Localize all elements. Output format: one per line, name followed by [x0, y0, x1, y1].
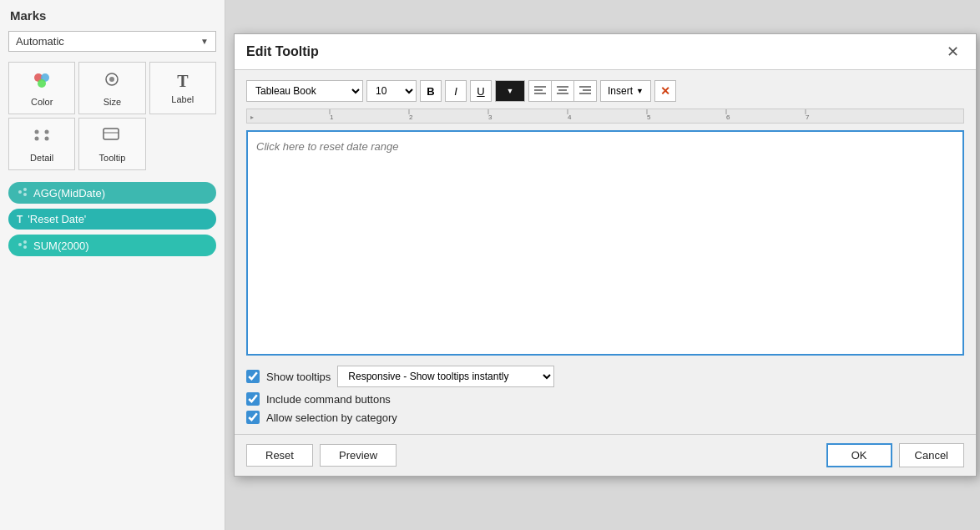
clear-button[interactable]: ✕ [654, 80, 676, 102]
svg-text:▸: ▸ [250, 114, 255, 121]
dialog-backdrop: Edit Tooltip ✕ Tableau Book 10 B I U [225, 0, 980, 530]
color-label: Color [31, 97, 53, 107]
svg-text:4: 4 [568, 114, 573, 121]
svg-point-8 [45, 137, 49, 141]
svg-point-15 [23, 240, 27, 244]
color-picker-arrow: ▼ [507, 87, 514, 95]
svg-point-13 [23, 193, 27, 196]
allow-selection-row: Allow selection by category [246, 411, 964, 424]
sidebar: Marks Automatic ▼ Color S [0, 0, 225, 530]
preview-button[interactable]: Preview [320, 444, 397, 467]
toolbar: Tableau Book 10 B I U ▼ [246, 80, 964, 102]
label-icon: T [177, 72, 188, 91]
dialog-titlebar: Edit Tooltip ✕ [235, 34, 976, 70]
agg-middate-icon [17, 186, 28, 199]
svg-point-14 [18, 243, 22, 246]
svg-point-4 [109, 77, 114, 82]
insert-arrow-icon: ▼ [636, 87, 644, 95]
svg-text:1: 1 [330, 114, 335, 121]
svg-point-5 [35, 130, 39, 134]
marks-buttons-grid: Color Size T Label [8, 62, 216, 170]
footer-left-buttons: Reset Preview [246, 444, 397, 467]
svg-text:6: 6 [726, 114, 731, 121]
cancel-button[interactable]: Cancel [899, 443, 964, 467]
marks-dropdown-label: Automatic [16, 35, 64, 48]
sum-2000-icon [17, 239, 28, 252]
dialog-body: Tableau Book 10 B I U ▼ [235, 70, 976, 434]
tooltips-mode-select[interactable]: Responsive - Show tooltips instantly [337, 366, 554, 387]
detail-label: Detail [30, 153, 53, 163]
ruler: ▸ 1 2 3 4 5 6 7 [246, 109, 964, 124]
agg-middate-label: AGG(MidDate) [33, 187, 105, 199]
allow-selection-checkbox[interactable] [246, 411, 260, 424]
svg-point-16 [23, 245, 27, 249]
italic-button[interactable]: I [445, 80, 467, 102]
color-button[interactable]: Color [8, 62, 75, 114]
tooltip-label: Tooltip [99, 153, 126, 163]
ruler-content: ▸ 1 2 3 4 5 6 7 [250, 109, 960, 123]
detail-button[interactable]: Detail [8, 118, 75, 170]
tooltip-button[interactable]: Tooltip [78, 118, 145, 170]
alignment-group [528, 80, 597, 102]
detail-icon [30, 125, 53, 149]
font-name-select[interactable]: Tableau Book [246, 80, 363, 102]
svg-text:7: 7 [806, 114, 811, 121]
reset-date-icon: T [17, 214, 23, 225]
size-button[interactable]: Size [78, 62, 145, 114]
include-command-checkbox[interactable] [246, 392, 260, 406]
svg-text:5: 5 [647, 114, 652, 121]
insert-button[interactable]: Insert ▼ [600, 80, 651, 102]
svg-rect-9 [104, 129, 119, 139]
svg-point-7 [35, 137, 39, 141]
svg-point-6 [45, 130, 49, 134]
dialog-title: Edit Tooltip [246, 44, 319, 59]
show-tooltips-row: Show tooltips Responsive - Show tooltips… [246, 366, 964, 387]
pill-sum-2000[interactable]: SUM(2000) [8, 235, 216, 256]
pill-reset-date[interactable]: T 'Reset Date' [8, 209, 216, 230]
ok-button[interactable]: OK [826, 443, 892, 467]
svg-text:2: 2 [409, 114, 414, 121]
color-icon [30, 69, 53, 93]
align-right-button[interactable] [574, 81, 596, 101]
close-button[interactable]: ✕ [942, 43, 964, 61]
show-tooltips-label: Show tooltips [266, 371, 331, 383]
label-button[interactable]: T Label [149, 62, 216, 114]
svg-point-12 [23, 188, 27, 191]
marks-pills: AGG(MidDate) T 'Reset Date' SUM(2000) [8, 182, 216, 256]
align-left-button[interactable] [529, 81, 552, 101]
footer-right-buttons: OK Cancel [826, 443, 964, 467]
reset-date-label: 'Reset Date' [28, 213, 86, 225]
sum-2000-label: SUM(2000) [33, 240, 88, 252]
sidebar-title: Marks [8, 8, 216, 23]
tooltip-icon [100, 125, 124, 149]
options-section: Show tooltips Responsive - Show tooltips… [246, 366, 964, 424]
underline-button[interactable]: U [470, 80, 492, 102]
allow-selection-label: Allow selection by category [266, 411, 397, 424]
insert-label: Insert [608, 85, 633, 97]
size-label: Size [104, 97, 121, 107]
label-label: Label [171, 94, 194, 104]
svg-point-2 [38, 79, 46, 88]
font-size-select[interactable]: 10 [366, 80, 417, 102]
chevron-down-icon: ▼ [200, 37, 209, 46]
show-tooltips-checkbox[interactable] [246, 370, 260, 383]
size-icon [100, 69, 124, 93]
include-command-row: Include command buttons [246, 392, 964, 406]
svg-point-11 [18, 190, 22, 194]
reset-button[interactable]: Reset [246, 444, 313, 467]
svg-text:3: 3 [488, 114, 493, 121]
include-command-label: Include command buttons [266, 393, 391, 406]
edit-tooltip-dialog: Edit Tooltip ✕ Tableau Book 10 B I U [234, 33, 977, 477]
pill-agg-middate[interactable]: AGG(MidDate) [8, 182, 216, 204]
color-picker-button[interactable]: ▼ [495, 80, 525, 102]
dialog-footer: Reset Preview OK Cancel [235, 434, 976, 476]
align-center-button[interactable] [552, 81, 574, 101]
tooltip-editor[interactable] [246, 130, 964, 356]
bold-button[interactable]: B [420, 80, 442, 102]
main-area: Edit Tooltip ✕ Tableau Book 10 B I U [225, 0, 980, 530]
marks-dropdown[interactable]: Automatic ▼ [8, 31, 216, 52]
